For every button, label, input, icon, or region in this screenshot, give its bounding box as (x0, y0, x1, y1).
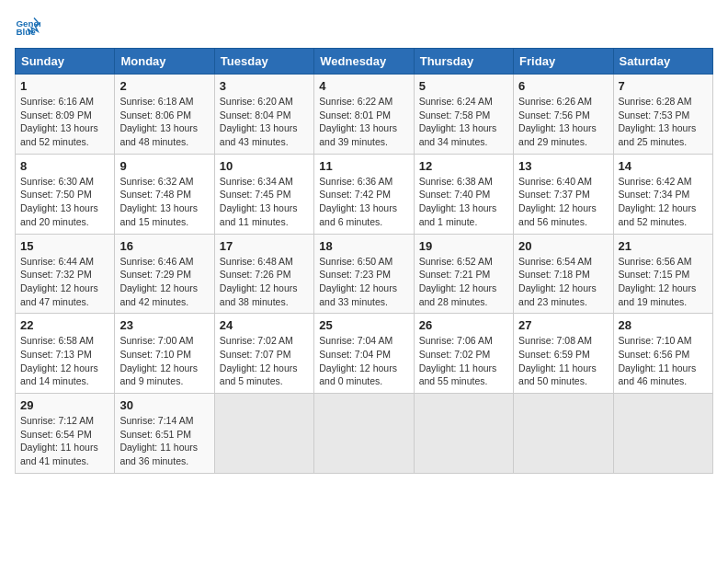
calendar-day: 3 Sunrise: 6:20 AM Sunset: 8:04 PM Dayli… (214, 75, 313, 155)
calendar-day: 25 Sunrise: 7:04 AM Sunset: 7:04 PM Dayl… (314, 314, 414, 394)
day-number: 5 (419, 79, 508, 93)
day-info: Sunrise: 6:18 AM Sunset: 8:06 PM Dayligh… (119, 95, 209, 149)
calendar-week: 8 Sunrise: 6:30 AM Sunset: 7:50 PM Dayli… (16, 154, 713, 234)
day-info: Sunrise: 6:36 AM Sunset: 7:42 PM Dayligh… (319, 175, 408, 229)
day-number: 18 (319, 239, 408, 253)
day-info: Sunrise: 6:22 AM Sunset: 8:01 PM Dayligh… (319, 95, 408, 149)
weekday-header: Monday (115, 49, 214, 75)
day-number: 25 (319, 318, 408, 332)
calendar-day: 26 Sunrise: 7:06 AM Sunset: 7:02 PM Dayl… (414, 314, 513, 394)
weekday-header: Tuesday (214, 49, 313, 75)
calendar-day: 13 Sunrise: 6:40 AM Sunset: 7:37 PM Dayl… (514, 154, 613, 234)
logo: General Blue (15, 15, 44, 40)
day-number: 1 (20, 79, 109, 93)
day-info: Sunrise: 6:56 AM Sunset: 7:15 PM Dayligh… (619, 255, 708, 309)
day-info: Sunrise: 7:00 AM Sunset: 7:10 PM Dayligh… (119, 334, 209, 388)
day-info: Sunrise: 6:38 AM Sunset: 7:40 PM Dayligh… (419, 175, 508, 229)
calendar-day: 9 Sunrise: 6:32 AM Sunset: 7:48 PM Dayli… (115, 154, 214, 234)
day-number: 23 (119, 318, 209, 332)
day-info: Sunrise: 6:16 AM Sunset: 8:09 PM Dayligh… (20, 95, 109, 149)
day-number: 10 (220, 159, 309, 173)
day-info: Sunrise: 6:50 AM Sunset: 7:23 PM Dayligh… (319, 255, 408, 309)
calendar-day: 8 Sunrise: 6:30 AM Sunset: 7:50 PM Dayli… (16, 154, 115, 234)
calendar-day: 10 Sunrise: 6:34 AM Sunset: 7:45 PM Dayl… (214, 154, 313, 234)
day-number: 2 (119, 79, 209, 93)
calendar-day: 7 Sunrise: 6:28 AM Sunset: 7:53 PM Dayli… (613, 75, 712, 155)
calendar-day: 4 Sunrise: 6:22 AM Sunset: 8:01 PM Dayli… (314, 75, 414, 155)
calendar-day: 24 Sunrise: 7:02 AM Sunset: 7:07 PM Dayl… (214, 314, 313, 394)
day-info: Sunrise: 7:14 AM Sunset: 6:51 PM Dayligh… (119, 414, 209, 468)
day-info: Sunrise: 7:10 AM Sunset: 6:56 PM Dayligh… (619, 334, 708, 388)
calendar-day (314, 394, 414, 474)
calendar-day: 17 Sunrise: 6:48 AM Sunset: 7:26 PM Dayl… (214, 234, 313, 314)
calendar-week: 22 Sunrise: 6:58 AM Sunset: 7:13 PM Dayl… (16, 314, 713, 394)
day-number: 12 (419, 159, 508, 173)
calendar-day: 14 Sunrise: 6:42 AM Sunset: 7:34 PM Dayl… (613, 154, 712, 234)
day-number: 29 (20, 398, 109, 412)
calendar-day: 21 Sunrise: 6:56 AM Sunset: 7:15 PM Dayl… (613, 234, 712, 314)
day-info: Sunrise: 6:20 AM Sunset: 8:04 PM Dayligh… (220, 95, 309, 149)
calendar-day (613, 394, 712, 474)
calendar-day: 6 Sunrise: 6:26 AM Sunset: 7:56 PM Dayli… (514, 75, 613, 155)
calendar-day: 2 Sunrise: 6:18 AM Sunset: 8:06 PM Dayli… (115, 75, 214, 155)
day-number: 20 (518, 239, 608, 253)
calendar-day: 20 Sunrise: 6:54 AM Sunset: 7:18 PM Dayl… (514, 234, 613, 314)
page-header: General Blue (15, 15, 713, 40)
day-number: 19 (419, 239, 508, 253)
day-number: 26 (419, 318, 508, 332)
day-info: Sunrise: 6:46 AM Sunset: 7:29 PM Dayligh… (119, 255, 209, 309)
day-info: Sunrise: 6:42 AM Sunset: 7:34 PM Dayligh… (619, 175, 708, 229)
calendar-day: 15 Sunrise: 6:44 AM Sunset: 7:32 PM Dayl… (16, 234, 115, 314)
day-number: 30 (119, 398, 209, 412)
calendar-day: 28 Sunrise: 7:10 AM Sunset: 6:56 PM Dayl… (613, 314, 712, 394)
calendar-day: 27 Sunrise: 7:08 AM Sunset: 6:59 PM Dayl… (514, 314, 613, 394)
calendar-day: 18 Sunrise: 6:50 AM Sunset: 7:23 PM Dayl… (314, 234, 414, 314)
logo-icon: General Blue (15, 15, 40, 40)
calendar-day (214, 394, 313, 474)
day-info: Sunrise: 6:54 AM Sunset: 7:18 PM Dayligh… (518, 255, 608, 309)
day-number: 8 (20, 159, 109, 173)
day-info: Sunrise: 6:30 AM Sunset: 7:50 PM Dayligh… (20, 175, 109, 229)
calendar-day: 22 Sunrise: 6:58 AM Sunset: 7:13 PM Dayl… (16, 314, 115, 394)
day-info: Sunrise: 7:04 AM Sunset: 7:04 PM Dayligh… (319, 334, 408, 388)
day-info: Sunrise: 6:44 AM Sunset: 7:32 PM Dayligh… (20, 255, 109, 309)
day-number: 4 (319, 79, 408, 93)
calendar-day: 12 Sunrise: 6:38 AM Sunset: 7:40 PM Dayl… (414, 154, 513, 234)
calendar-day: 5 Sunrise: 6:24 AM Sunset: 7:58 PM Dayli… (414, 75, 513, 155)
day-info: Sunrise: 6:58 AM Sunset: 7:13 PM Dayligh… (20, 334, 109, 388)
weekday-header: Sunday (16, 49, 115, 75)
day-info: Sunrise: 7:02 AM Sunset: 7:07 PM Dayligh… (220, 334, 309, 388)
calendar-day: 19 Sunrise: 6:52 AM Sunset: 7:21 PM Dayl… (414, 234, 513, 314)
day-number: 3 (220, 79, 309, 93)
day-info: Sunrise: 6:40 AM Sunset: 7:37 PM Dayligh… (518, 175, 608, 229)
weekday-header: Wednesday (314, 49, 414, 75)
weekday-header: Saturday (613, 49, 712, 75)
day-info: Sunrise: 6:52 AM Sunset: 7:21 PM Dayligh… (419, 255, 508, 309)
calendar-day: 23 Sunrise: 7:00 AM Sunset: 7:10 PM Dayl… (115, 314, 214, 394)
day-info: Sunrise: 6:34 AM Sunset: 7:45 PM Dayligh… (220, 175, 309, 229)
day-number: 15 (20, 239, 109, 253)
day-info: Sunrise: 6:24 AM Sunset: 7:58 PM Dayligh… (419, 95, 508, 149)
day-number: 17 (220, 239, 309, 253)
calendar-day: 29 Sunrise: 7:12 AM Sunset: 6:54 PM Dayl… (16, 394, 115, 474)
calendar-day (414, 394, 513, 474)
day-number: 14 (619, 159, 708, 173)
calendar-day (514, 394, 613, 474)
day-number: 24 (220, 318, 309, 332)
day-info: Sunrise: 7:06 AM Sunset: 7:02 PM Dayligh… (419, 334, 508, 388)
calendar-week: 29 Sunrise: 7:12 AM Sunset: 6:54 PM Dayl… (16, 394, 713, 474)
day-info: Sunrise: 7:12 AM Sunset: 6:54 PM Dayligh… (20, 414, 109, 468)
weekday-header: Friday (514, 49, 613, 75)
day-info: Sunrise: 6:32 AM Sunset: 7:48 PM Dayligh… (119, 175, 209, 229)
day-info: Sunrise: 6:28 AM Sunset: 7:53 PM Dayligh… (619, 95, 708, 149)
day-info: Sunrise: 6:26 AM Sunset: 7:56 PM Dayligh… (518, 95, 608, 149)
day-number: 13 (518, 159, 608, 173)
calendar-table: SundayMondayTuesdayWednesdayThursdayFrid… (15, 48, 713, 474)
calendar-week: 1 Sunrise: 6:16 AM Sunset: 8:09 PM Dayli… (16, 75, 713, 155)
day-number: 21 (619, 239, 708, 253)
day-number: 22 (20, 318, 109, 332)
calendar-header: SundayMondayTuesdayWednesdayThursdayFrid… (16, 49, 713, 75)
calendar-day: 11 Sunrise: 6:36 AM Sunset: 7:42 PM Dayl… (314, 154, 414, 234)
calendar-week: 15 Sunrise: 6:44 AM Sunset: 7:32 PM Dayl… (16, 234, 713, 314)
day-number: 27 (518, 318, 608, 332)
